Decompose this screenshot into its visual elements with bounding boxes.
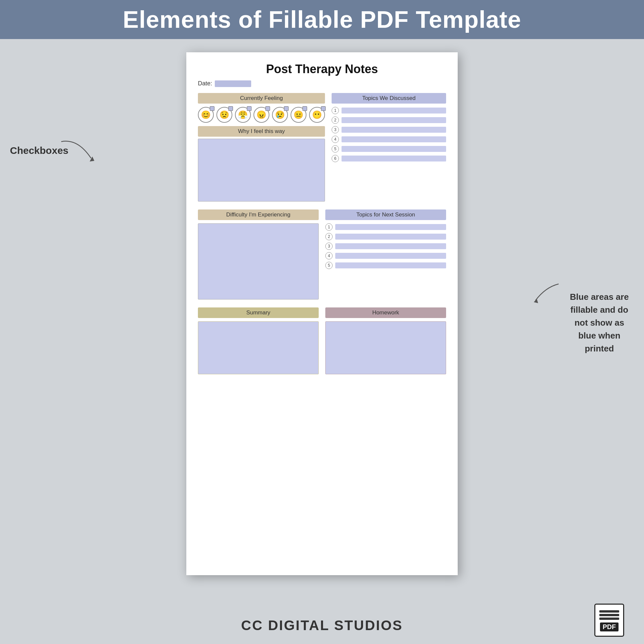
next-num-1: 1 (325, 223, 333, 231)
list-item: 3 (332, 126, 446, 133)
face-sad-checkbox[interactable] (228, 106, 233, 111)
date-field[interactable] (215, 80, 251, 87)
summary-header: Summary (198, 307, 319, 318)
pdf-label: PDF (600, 622, 619, 631)
topic-6-field[interactable] (342, 156, 446, 161)
summary-section: Summary (198, 307, 319, 374)
face-blank-checkbox[interactable] (321, 106, 326, 111)
list-item: 4 (325, 252, 446, 259)
brand-label: CC DIGITAL STUDIOS (0, 618, 644, 633)
pdf-icon-lines (599, 609, 619, 621)
two-col-middle: Difficulty I'm Experiencing Topics for N… (198, 209, 446, 304)
face-sad[interactable]: 😟 (216, 107, 232, 123)
num-1: 1 (332, 107, 339, 114)
topic-5-field[interactable] (342, 146, 446, 152)
topic-4-field[interactable] (342, 136, 446, 142)
face-happy[interactable]: 😊 (198, 107, 214, 123)
bottom-row: Summary Homework (198, 307, 446, 374)
why-feel-header: Why I feel this way (198, 126, 325, 137)
date-row: Date: (198, 80, 446, 87)
face-blank[interactable]: 😶 (309, 107, 325, 123)
homework-section: Homework (325, 307, 446, 374)
currently-feeling-header: Currently Feeling (198, 93, 325, 104)
num-3: 3 (332, 126, 339, 133)
next-num-3: 3 (325, 243, 333, 250)
num-6: 6 (332, 155, 339, 162)
next-num-5: 5 (325, 262, 333, 269)
face-crying[interactable]: 😢 (272, 107, 288, 123)
next-topic-5-field[interactable] (335, 262, 446, 268)
face-neutral-checkbox[interactable] (302, 106, 307, 111)
date-label: Date: (198, 80, 212, 87)
doc-title: Post Therapy Notes (198, 62, 446, 76)
two-col-top: Currently Feeling 😊 😟 😤 (198, 93, 446, 206)
next-topic-4-field[interactable] (335, 253, 446, 259)
num-5: 5 (332, 145, 339, 153)
topics-next-list: 1 2 3 4 5 (325, 223, 446, 269)
topics-next-header: Topics for Next Session (325, 209, 446, 220)
list-item: 2 (325, 233, 446, 240)
num-2: 2 (332, 116, 339, 124)
difficulty-header: Difficulty I'm Experiencing (198, 209, 319, 220)
face-angry[interactable]: 😠 (253, 107, 269, 123)
list-item: 5 (332, 145, 446, 153)
col-right-top: Topics We Discussed 1 2 3 4 (332, 93, 446, 206)
col-left-top: Currently Feeling 😊 😟 😤 (198, 93, 325, 206)
face-frustrated[interactable]: 😤 (235, 107, 251, 123)
arrow-right-icon (529, 281, 562, 308)
list-item: 2 (332, 116, 446, 124)
face-crying-checkbox[interactable] (284, 106, 289, 111)
face-frustrated-checkbox[interactable] (247, 106, 252, 111)
list-item: 4 (332, 136, 446, 143)
face-angry-checkbox[interactable] (265, 106, 270, 111)
next-topic-2-field[interactable] (335, 234, 446, 240)
list-item: 6 (332, 155, 446, 162)
topic-2-field[interactable] (342, 117, 446, 123)
header-banner: Elements of Fillable PDF Template (0, 0, 644, 39)
homework-field[interactable] (325, 321, 446, 374)
topics-discussed-list: 1 2 3 4 5 (332, 107, 446, 162)
topic-3-field[interactable] (342, 127, 446, 133)
next-topic-1-field[interactable] (335, 224, 446, 230)
topic-1-field[interactable] (342, 108, 446, 114)
face-happy-checkbox[interactable] (210, 106, 214, 111)
annotation-blue-areas: Blue areas are fillable and do not show … (565, 291, 634, 355)
difficulty-field[interactable] (198, 223, 319, 299)
arrow-left-icon (58, 138, 98, 166)
next-num-2: 2 (325, 233, 333, 240)
col-right-middle: Topics for Next Session 1 2 3 (325, 209, 446, 304)
header-title: Elements of Fillable PDF Template (13, 6, 631, 33)
list-item: 3 (325, 243, 446, 250)
why-feel-field[interactable] (198, 139, 325, 202)
emotion-row: 😊 😟 😤 😠 (198, 107, 325, 123)
document: Post Therapy Notes Date: Currently Feeli… (186, 52, 458, 575)
num-4: 4 (332, 136, 339, 143)
face-neutral[interactable]: 😐 (291, 107, 306, 123)
summary-field[interactable] (198, 321, 319, 374)
homework-header: Homework (325, 307, 446, 318)
next-topic-3-field[interactable] (335, 243, 446, 249)
list-item: 1 (332, 107, 446, 114)
list-item: 1 (325, 223, 446, 231)
topics-discussed-header: Topics We Discussed (332, 93, 446, 104)
next-num-4: 4 (325, 252, 333, 259)
main-area: Checkboxes Post Therapy Notes Date: Curr… (0, 39, 644, 643)
pdf-icon-wrap: PDF (594, 604, 624, 637)
pdf-icon: PDF (594, 604, 624, 637)
col-left-middle: Difficulty I'm Experiencing (198, 209, 319, 304)
list-item: 5 (325, 262, 446, 269)
